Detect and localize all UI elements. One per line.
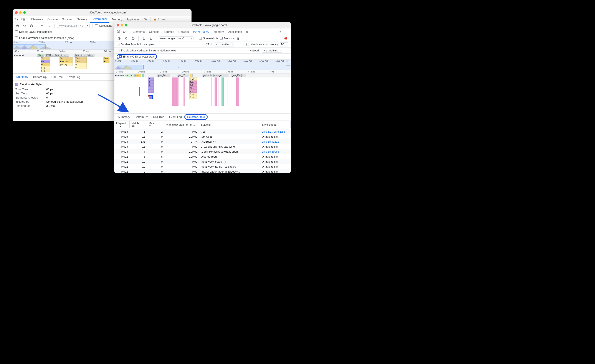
- close-icon[interactable]: [15, 11, 18, 14]
- gear-icon[interactable]: [161, 17, 167, 22]
- clear-icon[interactable]: [130, 36, 136, 41]
- device-icon[interactable]: [21, 17, 26, 22]
- tab-network[interactable]: Network: [177, 28, 191, 35]
- download-icon[interactable]: [148, 36, 153, 41]
- enable-css-selector-stats-checkbox[interactable]: Enable CSS selector stats: [119, 55, 155, 58]
- flame-block[interactable]: Eval...ipt: [59, 60, 72, 63]
- tab-performance[interactable]: Performance: [191, 28, 211, 35]
- inspect-icon[interactable]: [14, 17, 20, 22]
- tab-application[interactable]: Application: [227, 28, 244, 35]
- flame-chart[interactable]: 146 ms196 ms246 ms296 ms346 ms396 ms446 …: [114, 70, 290, 113]
- flame-block[interactable]: m...: [189, 87, 197, 90]
- table-row[interactable]: 0.0021200.00input[type="range" i]:disabl…: [114, 164, 290, 169]
- cell-stylesheet[interactable]: Line 58:39963: [260, 149, 290, 154]
- col-selector[interactable]: Selector: [199, 120, 260, 129]
- net-chip[interactable]: deskt...: [44, 54, 54, 57]
- more-tabs-icon[interactable]: ≫: [143, 18, 149, 21]
- flame-block[interactable]: J: [148, 81, 154, 84]
- flame-block[interactable]: (an...s): [59, 63, 72, 66]
- paint-instrumentation-checkbox[interactable]: Enable advanced paint instrumentation (s…: [117, 49, 176, 52]
- cpu-throttle-select[interactable]: No throttling: [214, 42, 234, 46]
- table-row[interactable]: 0.002200.00img:is([sizes="auto" i], [siz…: [114, 169, 290, 173]
- flame-block[interactable]: (…): [189, 77, 197, 81]
- hardware-concurrency-checkbox[interactable]: Hardware concurrency: [247, 43, 278, 46]
- flame-cluster[interactable]: [211, 77, 228, 106]
- flame-block[interactable]: (…): [41, 66, 50, 69]
- flame-cluster[interactable]: [236, 77, 239, 106]
- tab-memory[interactable]: Memory: [212, 28, 226, 35]
- flame-block[interactable]: F...: [75, 63, 87, 66]
- initiated-by-link[interactable]: Schedule Style Recalculation: [46, 100, 83, 103]
- tab-sources[interactable]: Sources: [60, 16, 74, 23]
- tab-console[interactable]: Console: [46, 16, 59, 23]
- cell-stylesheet[interactable]: Line 1:1 , Line 1:54: [260, 129, 290, 134]
- net-chip[interactable]: goo...: [37, 54, 44, 57]
- flame-block[interactable]: sJa: [189, 84, 197, 87]
- tab-bottom-up[interactable]: Bottom-Up: [133, 113, 150, 120]
- selector-stats-table[interactable]: Elapsed … ▼ Match Att… Match Co… % of sl…: [114, 120, 290, 173]
- warnings-badge[interactable]: 2: [152, 18, 160, 21]
- net-chip[interactable]: clie...: [87, 54, 94, 57]
- net-chip[interactable]: hpba (www.go...: [207, 74, 228, 77]
- net-chip[interactable]: [142, 74, 144, 77]
- flame-cluster[interactable]: [172, 77, 185, 106]
- tab-event-log[interactable]: Event Log: [167, 113, 184, 120]
- gear-icon[interactable]: [277, 29, 283, 35]
- inspect-icon[interactable]: [116, 29, 121, 35]
- net-chip[interactable]: gen_204...: [74, 54, 87, 57]
- record-icon[interactable]: [117, 36, 122, 41]
- reload-icon[interactable]: [22, 23, 27, 28]
- recording-select[interactable]: www.google.com #1: [57, 24, 90, 28]
- upload-icon[interactable]: [141, 36, 146, 41]
- device-icon[interactable]: [122, 29, 128, 35]
- tab-summary[interactable]: Summary: [116, 113, 132, 120]
- flame-block[interactable]: Ev...: [103, 60, 109, 63]
- tab-call-tree[interactable]: Call Tree: [151, 113, 167, 120]
- zoom-icon[interactable]: [23, 11, 26, 14]
- table-row[interactable]: 0.0021200.00input[type="search" i]Unable…: [114, 159, 290, 164]
- tab-console[interactable]: Console: [147, 28, 161, 35]
- tab-sources[interactable]: Sources: [162, 28, 176, 35]
- col-elapsed[interactable]: Elapsed … ▼: [114, 120, 130, 129]
- net-chip[interactable]: ger: [202, 74, 206, 77]
- net-chip[interactable]: gen_204 ...: [54, 54, 69, 57]
- zoom-icon[interactable]: [125, 24, 128, 27]
- timeline-overview[interactable]: 96 ms196 ms396 ms596 ms796 ms996 ms1196 …: [114, 60, 290, 70]
- flame-block[interactable]: gJa: [189, 81, 197, 84]
- network-row[interactable]: ▶Network e.com m=... gen_20... gen_20...…: [114, 74, 290, 77]
- hardware-concurrency-input[interactable]: [280, 42, 288, 46]
- paint-instrumentation-checkbox[interactable]: Enable advanced paint instrumentation (s…: [15, 36, 74, 40]
- flame-block[interactable]: Task: [75, 57, 87, 60]
- tab-elements[interactable]: Elements: [131, 28, 146, 35]
- recording-select[interactable]: www.google.com #2: [159, 36, 193, 40]
- tab-performance[interactable]: Performance: [90, 16, 109, 23]
- clear-icon[interactable]: [29, 23, 34, 28]
- memory-checkbox[interactable]: Memory: [220, 37, 234, 40]
- gear-icon[interactable]: [283, 36, 288, 41]
- disable-js-samples-checkbox[interactable]: Disable JavaScript samples: [117, 43, 154, 46]
- gc-icon[interactable]: [236, 36, 241, 41]
- flame-block[interactable]: Task: [41, 57, 50, 60]
- minimize-icon[interactable]: [121, 24, 123, 27]
- tab-bottom-up[interactable]: Bottom-Up: [31, 74, 49, 80]
- disable-js-samples-checkbox[interactable]: Disable JavaScript samples: [15, 30, 53, 33]
- flame-block[interactable]: v...: [189, 90, 197, 93]
- kebab-icon[interactable]: ⋮: [167, 17, 173, 22]
- net-chip[interactable]: gen_204 (...: [231, 74, 246, 77]
- flame-block[interactable]: Task: [75, 60, 87, 63]
- network-throttle-select[interactable]: No throttling: [262, 49, 282, 53]
- table-row[interactable]: 0.00370100.00.CqmPRe:active .oXqZxc span…: [114, 149, 290, 154]
- titlebar[interactable]: DevTools - www.google.com/: [13, 9, 191, 16]
- minimize-icon[interactable]: [19, 11, 22, 14]
- tab-event-log[interactable]: Event Log: [65, 74, 83, 80]
- tab-summary[interactable]: Summary: [14, 74, 31, 80]
- reload-icon[interactable]: [124, 36, 129, 41]
- flame-block[interactable]: (…): [189, 93, 197, 96]
- flame-block[interactable]: Task: [59, 57, 72, 60]
- col-match-count[interactable]: Match Co…: [147, 120, 164, 129]
- flame-block[interactable]: (…): [41, 69, 50, 72]
- col-stylesheet[interactable]: Style Sheet: [260, 120, 290, 129]
- tab-selector-stats[interactable]: Selector Stats: [184, 114, 208, 120]
- net-chip[interactable]: gen_20...: [157, 74, 170, 77]
- screenshots-checkbox[interactable]: Screensho: [95, 24, 112, 27]
